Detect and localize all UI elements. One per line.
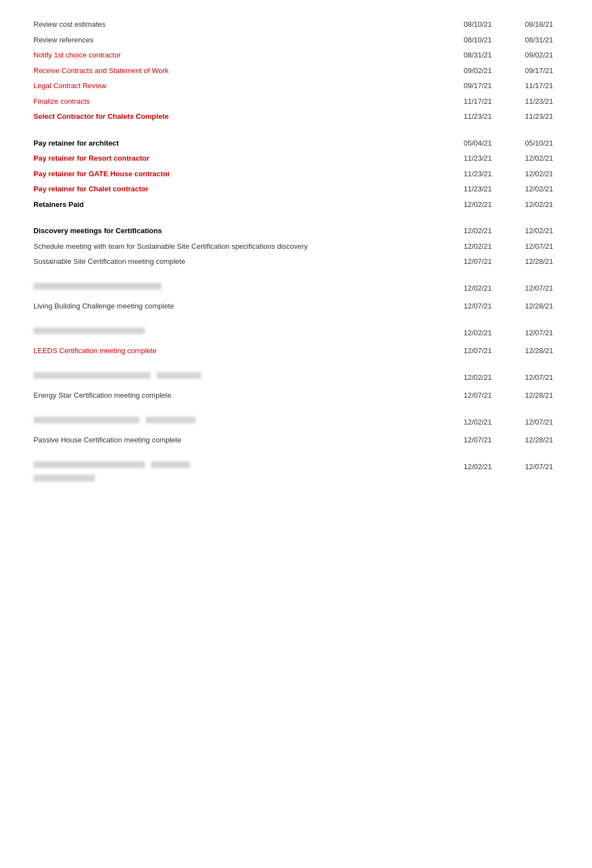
task-dates: 12/02/21 12/07/21 [458,417,559,428]
end-date: 12/07/21 [520,461,559,472]
end-date: 12/02/21 [520,199,559,210]
retainer-section: Pay retainer for architect 05/04/21 05/1… [33,136,559,213]
start-date: 12/07/21 [458,301,497,312]
blurred-block [145,417,196,423]
start-date: 08/10/21 [458,19,497,30]
table-row: Sustainable Site Certification meeting c… [33,254,559,269]
table-row: Notify 1st choice contractor 08/31/21 09… [33,47,559,63]
task-dates: 12/07/21 12/28/21 [458,301,559,312]
table-row: LEEDS Certification meeting complete 12/… [33,343,559,359]
end-date: 05/10/21 [520,138,559,149]
end-date: 11/23/21 [520,111,559,122]
blurred-task-name [33,283,458,297]
task-list: Review cost estimates 08/10/21 08/18/21 … [33,17,559,491]
task-dates: 12/07/21 12/28/21 [458,390,559,401]
end-date: 12/07/21 [520,327,559,339]
task-name: Review references [33,35,458,46]
table-row: 12/02/21 12/07/21 [33,370,559,388]
table-row: Legal Contract Review 09/17/21 11/17/21 [33,78,559,94]
blurred-line [33,417,447,428]
table-row: Schedule meeting with team for Sustainab… [33,239,559,254]
start-date: 11/23/21 [458,111,497,122]
start-date: 09/17/21 [458,80,497,91]
end-date: 12/28/21 [520,345,559,356]
start-date: 05/04/21 [458,138,497,149]
start-date: 12/02/21 [458,283,497,294]
task-dates: 12/02/21 12/07/21 [458,461,559,472]
start-date: 11/23/21 [458,168,497,180]
start-date: 12/02/21 [458,327,497,339]
table-row: Pay retainer for architect 05/04/21 05/1… [33,136,559,151]
table-row: Retainers Paid 12/02/21 12/02/21 [33,197,559,213]
blurred-line [33,461,447,473]
task-dates: 08/10/21 08/18/21 [458,19,559,30]
end-date: 12/07/21 [520,241,559,252]
end-date: 09/02/21 [520,50,559,61]
end-date: 12/28/21 [520,435,559,446]
certification-section: Discovery meetings for Certifications 12… [33,223,559,269]
start-date: 11/17/21 [458,96,497,107]
start-date: 12/02/21 [458,461,497,472]
start-date: 08/10/21 [458,35,497,46]
end-date: 08/31/21 [520,35,559,46]
table-row: Select Contractor for Chalets Complete 1… [33,109,559,124]
end-date: 12/02/21 [520,168,559,180]
task-name: Schedule meeting with team for Sustainab… [33,241,458,252]
table-row: Energy Star Certification meeting comple… [33,388,559,403]
start-date: 12/07/21 [458,390,497,401]
blurred-line [33,475,447,486]
table-row: 12/02/21 12/07/21 [33,325,559,344]
blurred-block [33,417,139,423]
blurred-task-name [33,327,458,341]
table-row: Discovery meetings for Certifications 12… [33,223,559,239]
task-name: Pay retainer for Chalet contractor [33,184,458,195]
task-name: Pay retainer for architect [33,138,458,149]
end-date: 11/17/21 [520,80,559,91]
blurred-section-4: 12/02/21 12/07/21 Passive House Certific… [33,414,559,448]
blurred-block [157,372,201,379]
blurred-line [33,327,447,339]
task-name: Finalize contracts [33,96,458,107]
start-date: 12/07/21 [458,256,497,267]
blurred-block [151,461,190,468]
task-dates: 12/07/21 12/28/21 [458,435,559,446]
end-date: 12/02/21 [520,184,559,195]
end-date: 12/07/21 [520,283,559,294]
task-name: Sustainable Site Certification meeting c… [33,256,458,267]
task-name: Retainers Paid [33,199,458,210]
start-date: 12/07/21 [458,435,497,446]
end-date: 12/07/21 [520,372,559,383]
blurred-task-name [33,461,458,489]
end-date: 09/17/21 [520,65,559,76]
contract-section: Review cost estimates 08/10/21 08/18/21 … [33,17,559,124]
task-dates: 12/02/21 12/07/21 [458,241,559,252]
task-dates: 11/23/21 12/02/21 [458,153,559,164]
task-dates: 12/07/21 12/28/21 [458,256,559,267]
end-date: 11/23/21 [520,96,559,107]
start-date: 08/31/21 [458,50,497,61]
task-dates: 08/10/21 08/31/21 [458,35,559,46]
blurred-block [33,327,145,334]
task-name: Discovery meetings for Certifications [33,225,458,237]
table-row: 12/02/21 12/07/21 [33,459,559,491]
end-date: 12/28/21 [520,390,559,401]
task-name: LEEDS Certification meeting complete [33,345,458,356]
task-dates: 12/07/21 12/28/21 [458,345,559,356]
task-dates: 12/02/21 12/07/21 [458,283,559,294]
task-name: Notify 1st choice contractor [33,50,458,61]
task-name: Select Contractor for Chalets Complete [33,111,458,122]
task-name: Passive House Certification meeting comp… [33,435,458,446]
blurred-block [33,283,162,290]
table-row: Living Building Challenge meeting comple… [33,298,559,314]
start-date: 12/02/21 [458,225,497,237]
start-date: 12/02/21 [458,241,497,252]
blurred-block [33,475,95,481]
start-date: 12/02/21 [458,417,497,428]
end-date: 12/02/21 [520,153,559,164]
task-dates: 12/02/21 12/02/21 [458,225,559,237]
table-row: 12/02/21 12/07/21 [33,414,559,433]
end-date: 12/28/21 [520,256,559,267]
task-name: Receive Contracts and Statement of Work [33,65,458,76]
task-name: Energy Star Certification meeting comple… [33,390,458,401]
start-date: 12/07/21 [458,345,497,356]
